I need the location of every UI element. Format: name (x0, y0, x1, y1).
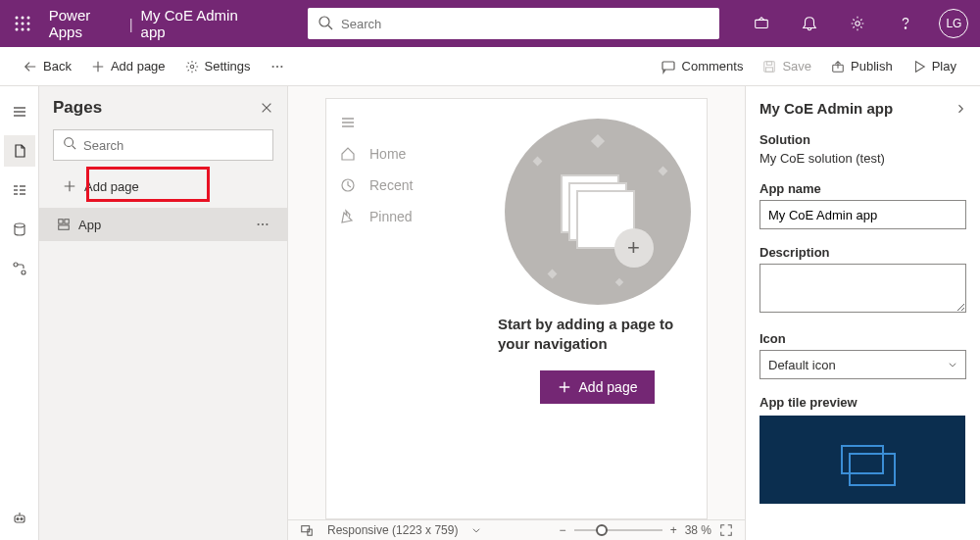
svg-point-1 (21, 17, 24, 20)
pin-icon (340, 209, 356, 224)
app-tile-preview (760, 416, 965, 504)
rail-data-icon[interactable] (4, 214, 35, 245)
svg-point-23 (15, 223, 24, 227)
chevron-down-icon[interactable] (471, 525, 481, 535)
fit-icon[interactable] (719, 523, 733, 537)
preview-nav-home[interactable]: Home (340, 146, 488, 162)
plus-icon: + (614, 228, 654, 268)
svg-point-4 (21, 23, 24, 25)
svg-line-30 (73, 146, 76, 150)
svg-rect-32 (65, 220, 69, 223)
svg-point-2 (26, 17, 29, 20)
preview-nav-label: Recent (369, 177, 413, 193)
rail-tree-icon[interactable] (4, 174, 35, 206)
svg-point-15 (271, 65, 273, 67)
tree-more-icon[interactable] (256, 218, 270, 231)
prop-appname-label: App name (760, 181, 966, 196)
avatar-initials: LG (939, 9, 968, 38)
preview-frame: Home Recent Pinned (325, 98, 708, 519)
svg-rect-21 (766, 67, 773, 71)
svg-point-25 (22, 270, 25, 274)
search-icon (63, 136, 76, 150)
preview-hamburger[interactable] (340, 115, 488, 130)
svg-rect-18 (662, 62, 674, 70)
rail-pages-icon[interactable] (4, 135, 35, 167)
pages-search-input[interactable] (53, 129, 273, 161)
back-label: Back (43, 59, 72, 74)
close-icon[interactable] (260, 101, 273, 115)
preview-main: + Start by adding a page to your navigat… (488, 99, 707, 518)
preview-nav-label: Pinned (369, 209, 413, 224)
settings-icon[interactable] (839, 0, 875, 47)
svg-point-35 (262, 223, 264, 225)
pages-add-page-label: Add page (84, 179, 139, 194)
user-avatar[interactable]: LG (936, 0, 972, 47)
main: Pages Add page App (0, 86, 980, 540)
search-icon (318, 15, 333, 30)
svg-point-13 (905, 27, 906, 28)
prop-icon-label: Icon (760, 331, 966, 346)
command-bar: Back Add page Settings Comments Save Pub… (0, 47, 980, 86)
zoom-out-button[interactable]: − (560, 523, 566, 537)
svg-point-6 (15, 28, 18, 31)
publish-label: Publish (851, 59, 893, 74)
tile-icon (841, 445, 884, 474)
responsive-icon[interactable] (300, 523, 314, 537)
home-icon (340, 146, 356, 162)
publish-button[interactable]: Publish (823, 51, 901, 82)
status-bar: Responsive (1223 x 759) − + 38 % (288, 519, 745, 540)
tree-root-app[interactable]: App (39, 208, 287, 241)
svg-point-29 (65, 138, 74, 147)
svg-point-9 (319, 17, 329, 26)
svg-point-28 (21, 518, 23, 520)
svg-point-8 (26, 28, 29, 31)
play-label: Play (932, 59, 956, 74)
prop-title: My CoE Admin app (760, 100, 893, 117)
preview-nav-pinned[interactable]: Pinned (340, 209, 488, 224)
rail-hamburger-icon[interactable] (4, 96, 35, 127)
zoom-in-button[interactable]: + (670, 523, 677, 537)
play-button[interactable]: Play (905, 51, 964, 82)
global-search-input[interactable] (308, 8, 719, 39)
app-icon (57, 218, 71, 231)
zoom-control: − + 38 % (560, 523, 733, 537)
comments-button[interactable]: Comments (653, 51, 752, 82)
global-search[interactable] (308, 8, 719, 39)
rail-virtual-agent-icon[interactable] (4, 503, 35, 534)
more-button[interactable] (263, 51, 292, 82)
svg-line-10 (328, 25, 332, 29)
prop-solution-label: Solution (760, 132, 966, 147)
help-icon[interactable] (888, 0, 924, 47)
add-page-button[interactable]: Add page (83, 51, 173, 82)
chevron-right-icon[interactable] (955, 103, 966, 115)
pages-add-page-button[interactable]: Add page (53, 171, 273, 202)
add-page-label: Add page (111, 59, 166, 74)
svg-point-27 (17, 518, 19, 520)
chevron-down-icon (948, 360, 957, 369)
left-rail (0, 86, 39, 540)
canvas-add-page-button[interactable]: Add page (540, 370, 656, 404)
preview-nav: Home Recent Pinned (326, 99, 488, 518)
responsive-label: Responsive (1223 x 759) (327, 523, 458, 537)
empty-state-illustration: + (505, 119, 691, 305)
svg-point-3 (15, 23, 18, 25)
settings-button[interactable]: Settings (177, 51, 259, 82)
preview-nav-recent[interactable]: Recent (340, 177, 488, 193)
pages-title: Pages (53, 98, 102, 118)
appname-field[interactable] (760, 200, 966, 229)
rail-automation-icon[interactable] (4, 253, 35, 284)
icon-select-value: Default icon (768, 358, 836, 372)
save-button[interactable]: Save (755, 51, 819, 82)
svg-point-14 (190, 65, 194, 69)
notifications-icon[interactable] (791, 0, 827, 47)
brand-app-title: My CoE Admin app (141, 7, 258, 40)
description-field[interactable] (760, 264, 966, 313)
preview-nav-label: Home (369, 146, 406, 162)
zoom-slider[interactable] (574, 529, 662, 531)
save-label: Save (782, 59, 811, 74)
environment-icon[interactable] (743, 0, 779, 47)
waffle-icon[interactable] (8, 8, 37, 39)
back-button[interactable]: Back (16, 51, 79, 82)
icon-select[interactable]: Default icon (760, 350, 966, 379)
clock-icon (340, 177, 356, 193)
